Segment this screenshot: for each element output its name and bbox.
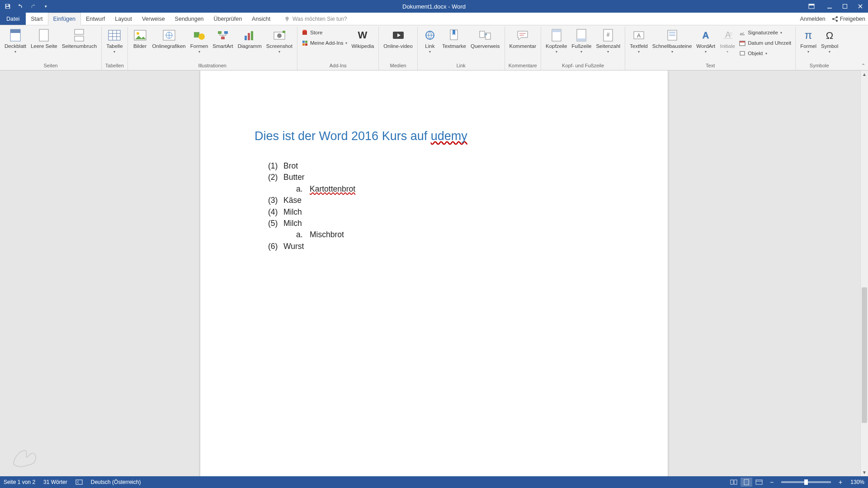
tell-me-search[interactable]: Was möchten Sie tun? <box>284 13 347 25</box>
minimize-button[interactable] <box>822 0 837 13</box>
status-language[interactable]: Deutsch (Österreich) <box>91 479 141 485</box>
querverweis-button[interactable]: Querverweis <box>468 27 502 49</box>
list-item: (6)Wurst <box>268 241 613 252</box>
leere-seite-button[interactable]: Leere Seite <box>28 27 60 49</box>
collapse-ribbon-button[interactable]: ⌃ <box>861 63 865 69</box>
save-button[interactable] <box>4 2 12 10</box>
schnellbausteine-button[interactable]: Schnellbausteine▾ <box>650 27 694 54</box>
formen-button[interactable]: Formen▾ <box>188 27 211 54</box>
bookmark-icon <box>447 28 461 42</box>
vertical-scrollbar[interactable]: ▲ ▼ <box>860 70 868 476</box>
signaturzeile-button[interactable]: Signaturzeile ▾ <box>739 28 791 37</box>
sign-in-link[interactable]: Anmelden <box>800 16 825 22</box>
cover-page-icon <box>8 28 23 42</box>
svg-rect-66 <box>740 41 745 42</box>
datum-uhrzeit-button[interactable]: Datum und Uhrzeit <box>739 38 791 47</box>
link-button[interactable]: Link▾ <box>420 27 440 54</box>
print-layout-button[interactable] <box>741 478 752 487</box>
zoom-level[interactable]: 130% <box>847 479 864 485</box>
read-mode-button[interactable] <box>728 478 740 487</box>
group-label-kopf: Kopf- und Fußzeile <box>543 63 623 69</box>
status-word-count[interactable]: 31 Wörter <box>43 479 67 485</box>
diagramm-button[interactable]: Diagramm <box>236 27 264 49</box>
store-button[interactable]: Store <box>302 28 348 37</box>
svg-rect-30 <box>248 33 250 40</box>
onlinegrafiken-button[interactable]: Onlinegrafiken <box>150 27 188 49</box>
tell-me-placeholder: Was möchten Sie tun? <box>292 16 347 22</box>
redo-button[interactable] <box>29 2 37 10</box>
svg-text:W: W <box>358 29 368 41</box>
table-icon <box>107 28 122 42</box>
textfeld-button[interactable]: ATextfeld▾ <box>627 27 650 54</box>
window-controls <box>804 0 868 13</box>
svg-rect-29 <box>245 36 247 40</box>
tab-verweise[interactable]: Verweise <box>137 13 170 25</box>
group-label-medien: Medien <box>381 63 415 69</box>
wordart-button[interactable]: AWordArt▾ <box>694 27 717 54</box>
group-label-text: Text <box>627 63 793 69</box>
objekt-button[interactable]: Objekt ▾ <box>739 49 791 58</box>
tab-ueberpruefen[interactable]: Überprüfen <box>209 13 247 25</box>
zoom-slider-knob[interactable] <box>804 479 808 485</box>
scroll-up-arrow[interactable]: ▲ <box>861 70 868 78</box>
svg-rect-51 <box>577 38 586 41</box>
wikipedia-button[interactable]: WWikipedia <box>349 27 376 49</box>
svg-rect-12 <box>39 29 48 41</box>
tab-einfuegen[interactable]: Einfügen <box>48 13 81 25</box>
tab-layout[interactable]: Layout <box>110 13 137 25</box>
tab-start[interactable]: Start <box>26 13 47 25</box>
svg-rect-36 <box>302 41 305 43</box>
tabelle-button[interactable]: Tabelle▾ <box>104 27 125 54</box>
svg-point-25 <box>198 33 205 40</box>
svg-rect-58 <box>669 34 675 36</box>
tab-sendungen[interactable]: Sendungen <box>170 13 209 25</box>
kommentar-button[interactable]: Kommentar <box>507 27 538 49</box>
undo-button[interactable] <box>16 2 24 10</box>
ribbon-display-options-button[interactable] <box>804 0 819 13</box>
ribbon: Deckblatt▾ Leere Seite Seitenumbruch Sei… <box>0 25 868 70</box>
svg-rect-74 <box>756 480 762 484</box>
status-spellcheck[interactable] <box>75 479 83 485</box>
scrollbar-thumb[interactable] <box>862 287 867 423</box>
zoom-in-button[interactable]: + <box>837 479 844 486</box>
tab-entwurf[interactable]: Entwurf <box>81 13 110 25</box>
ribbon-tabs: Datei Start Einfügen Entwurf Layout Verw… <box>0 13 868 25</box>
group-text: ATextfeld▾ Schnellbausteine▾ AWordArt▾ A… <box>625 27 796 70</box>
seitenumbruch-button[interactable]: Seitenumbruch <box>60 27 99 49</box>
textmarke-button[interactable]: Textmarke <box>440 27 468 49</box>
share-button[interactable]: Freigeben <box>832 16 865 22</box>
spelling-error: Kartottenbrot <box>310 183 355 195</box>
group-kommentare: Kommentar Kommentare <box>505 27 541 70</box>
pictures-icon <box>133 28 147 42</box>
qat-customize-button[interactable]: ▾ <box>42 2 50 10</box>
tab-file[interactable]: Datei <box>0 13 26 25</box>
group-label-illustrationen: Illustrationen <box>130 63 295 69</box>
formel-button[interactable]: πFormel▾ <box>798 27 819 54</box>
fusszeile-button[interactable]: Fußzeile▾ <box>569 27 594 54</box>
kopfzeile-button[interactable]: Kopfzeile▾ <box>543 27 569 54</box>
web-layout-button[interactable] <box>753 478 765 487</box>
smartart-button[interactable]: SmartArt <box>210 27 235 49</box>
maximize-button[interactable] <box>837 0 853 13</box>
status-page[interactable]: Seite 1 von 2 <box>4 479 35 485</box>
initiale-button[interactable]: AInitiale▾ <box>717 27 737 54</box>
zoom-slider[interactable] <box>781 481 831 483</box>
svg-rect-35 <box>302 31 307 35</box>
bilder-button[interactable]: Bilder <box>130 27 150 49</box>
tab-ansicht[interactable]: Ansicht <box>247 13 275 25</box>
zoom-out-button[interactable]: − <box>769 479 775 486</box>
symbol-button[interactable]: ΩSymbol▾ <box>819 27 840 54</box>
close-button[interactable] <box>853 0 868 13</box>
onlinevideo-button[interactable]: Online-video <box>381 27 415 49</box>
svg-rect-38 <box>302 43 305 46</box>
scroll-down-arrow[interactable]: ▼ <box>861 469 868 476</box>
store-icon <box>302 29 308 36</box>
deckblatt-button[interactable]: Deckblatt▾ <box>2 27 28 54</box>
online-video-icon <box>391 28 406 42</box>
seitenzahl-button[interactable]: #Seitenzahl▾ <box>594 27 623 54</box>
svg-rect-0 <box>6 5 9 6</box>
svg-point-8 <box>832 18 834 20</box>
document-page[interactable]: Dies ist der Word 2016 Kurs auf udemy (1… <box>200 70 668 476</box>
screenshot-button[interactable]: Screenshot▾ <box>264 27 295 54</box>
meine-addins-button[interactable]: Meine Add-Ins ▾ <box>302 38 348 47</box>
